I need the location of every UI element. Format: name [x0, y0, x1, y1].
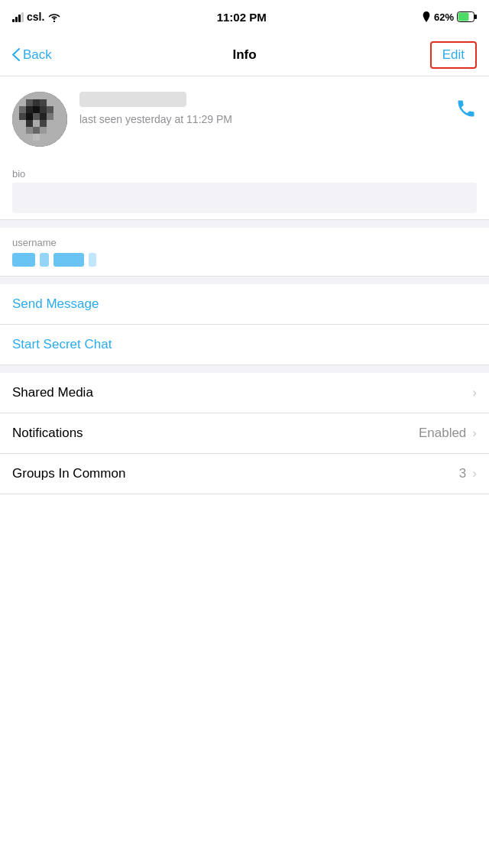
svg-rect-18: [26, 120, 33, 127]
edit-button[interactable]: Edit: [430, 41, 477, 69]
phone-icon[interactable]: [455, 98, 477, 125]
notifications-right: Enabled ›: [419, 426, 477, 441]
chevron-left-icon: [12, 48, 20, 61]
carrier-label: csl.: [27, 11, 44, 23]
username-section: username: [0, 228, 489, 277]
profile-info: last seen yesterday at 11:29 PM: [79, 92, 443, 125]
status-time: 11:02 PM: [217, 11, 267, 24]
status-left: csl.: [12, 11, 61, 23]
svg-point-0: [53, 21, 55, 22]
svg-rect-12: [47, 106, 53, 113]
groups-in-common-label: Groups In Common: [12, 466, 125, 481]
svg-rect-20: [40, 120, 47, 127]
svg-rect-16: [40, 113, 47, 120]
back-label: Back: [23, 47, 52, 63]
svg-rect-24: [33, 134, 40, 141]
chevron-right-icon: ›: [472, 385, 477, 400]
shared-media-label: Shared Media: [12, 385, 93, 400]
svg-rect-22: [33, 127, 40, 134]
svg-rect-3: [458, 13, 469, 21]
groups-in-common-value: 3: [459, 466, 466, 481]
svg-rect-14: [26, 113, 33, 120]
chevron-right-icon-2: ›: [472, 426, 477, 441]
chevron-right-icon-3: ›: [472, 466, 477, 481]
status-right: 62%: [422, 11, 477, 23]
send-message-label: Send Message: [12, 296, 99, 311]
page-title: Info: [232, 47, 256, 63]
profile-name-placeholder: [79, 92, 186, 107]
svg-rect-21: [26, 127, 33, 134]
svg-rect-11: [40, 106, 47, 113]
bio-section: bio: [0, 159, 489, 220]
svg-rect-15: [33, 113, 40, 120]
username-label: username: [12, 237, 477, 248]
section-spacer-3: [0, 365, 489, 373]
bio-label: bio: [12, 168, 477, 180]
svg-rect-13: [19, 113, 26, 120]
send-message-button[interactable]: Send Message: [0, 284, 489, 325]
shared-media-item[interactable]: Shared Media ›: [0, 373, 489, 413]
avatar-image: [12, 92, 67, 147]
groups-in-common-right: 3 ›: [459, 466, 477, 481]
profile-status: last seen yesterday at 11:29 PM: [79, 113, 443, 125]
location-icon: [422, 11, 431, 22]
shared-media-right: ›: [466, 385, 477, 400]
username-value: [12, 253, 477, 267]
bio-content: [12, 183, 477, 213]
signal-bars: [12, 12, 24, 22]
status-bar: csl. 11:02 PM 62%: [0, 0, 489, 34]
start-secret-chat-label: Start Secret Chat: [12, 337, 112, 351]
profile-section: last seen yesterday at 11:29 PM: [0, 76, 489, 159]
notifications-item[interactable]: Notifications Enabled ›: [0, 413, 489, 454]
wifi-icon: [47, 11, 61, 22]
battery-icon: [457, 11, 477, 22]
svg-rect-9: [26, 106, 33, 113]
nav-bar: Back Info Edit: [0, 34, 489, 76]
notifications-label: Notifications: [12, 426, 83, 441]
svg-rect-7: [40, 99, 47, 106]
svg-rect-23: [40, 127, 47, 134]
battery-percentage: 62%: [434, 11, 454, 23]
svg-rect-17: [47, 113, 53, 120]
svg-rect-2: [474, 15, 477, 19]
svg-rect-19: [33, 120, 40, 127]
start-secret-chat-button[interactable]: Start Secret Chat: [0, 325, 489, 365]
section-spacer-1: [0, 220, 489, 228]
groups-in-common-item[interactable]: Groups In Common 3 ›: [0, 454, 489, 494]
svg-rect-8: [19, 106, 26, 113]
svg-rect-5: [26, 99, 33, 106]
section-spacer-2: [0, 277, 489, 284]
svg-rect-6: [33, 99, 40, 106]
avatar: [12, 92, 67, 147]
notifications-value: Enabled: [419, 426, 466, 441]
back-button[interactable]: Back: [12, 47, 52, 63]
svg-rect-10: [33, 106, 40, 113]
